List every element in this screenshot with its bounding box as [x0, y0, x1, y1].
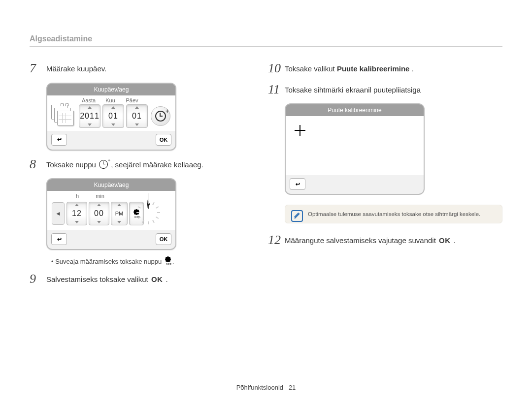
footer-label: Põhifunktsioonid	[236, 384, 283, 391]
clock-plus-icon: +	[155, 111, 166, 122]
ok-button[interactable]: OK	[156, 233, 171, 245]
text-after: .	[454, 236, 456, 245]
label-min: min	[89, 193, 111, 199]
ampm-wheel[interactable]: PM	[111, 202, 128, 225]
date-panel-body: Aasta Kuu Päev 2011	[47, 95, 175, 131]
text-before: Toksake valikut	[285, 64, 337, 73]
month-wheel[interactable]: 01	[102, 104, 124, 128]
label-day: Päev	[121, 97, 143, 103]
day-value: 01	[132, 112, 142, 121]
left-column: 7 Määrake kuupäev. Kuupäev/aeg Aasta Kuu…	[30, 62, 238, 293]
minute-wheel[interactable]: 00	[89, 202, 109, 225]
back-button[interactable]: ↩	[51, 134, 67, 146]
step-10: 10 Toksake valikut Puute kalibreerimine …	[268, 62, 502, 76]
spacer	[51, 97, 78, 103]
step-9: 9 Salvestamiseks toksake valikut OK .	[30, 272, 238, 286]
month-value: 01	[108, 112, 118, 121]
day-wheel[interactable]: 01	[126, 104, 148, 128]
text-before: Salvestamiseks toksake valikut	[46, 275, 150, 283]
spacer	[51, 193, 66, 199]
step-number: 11	[268, 83, 285, 97]
footer-page-number: 21	[289, 384, 296, 391]
step-number: 9	[30, 272, 46, 286]
label-year: Aasta	[78, 97, 100, 103]
calibration-panel: Puute kalibreerimine ↩	[285, 103, 425, 195]
page-footer: Põhifunktsioonid 21	[0, 384, 532, 391]
text-before: Määrangute salvestamiseks vajutage suvan…	[285, 236, 438, 245]
ampm-value: PM	[115, 211, 124, 216]
text-bold: Puute kalibreerimine	[337, 64, 410, 73]
label-hour: h	[66, 193, 89, 199]
ok-button[interactable]: OK	[156, 134, 171, 146]
step-text: Määrake kuupäev.	[46, 62, 238, 75]
crosshair-icon[interactable]	[295, 125, 305, 136]
text-after: .	[166, 275, 168, 283]
columns: 7 Määrake kuupäev. Kuupäev/aeg Aasta Kuu…	[30, 62, 502, 293]
back-button[interactable]: ↩	[51, 233, 67, 245]
manual-page: Algseadistamine 7 Määrake kuupäev. Kuupä…	[0, 0, 532, 401]
step-8: 8 Toksake nuppu + , seejärel määrake kel…	[30, 157, 238, 172]
section-title: Algseadistamine	[30, 34, 502, 47]
step-number: 7	[30, 62, 46, 76]
ok-icon: OK	[438, 235, 452, 247]
calibration-panel-body[interactable]	[286, 116, 424, 175]
dst-icon: OFF	[164, 257, 172, 265]
text-after: , seejärel määrake kellaaeg.	[111, 160, 203, 169]
hour-value: 12	[72, 209, 82, 218]
year-value: 2011	[80, 112, 100, 121]
step-text: Toksake valikut Puute kalibreerimine .	[285, 62, 502, 75]
dst-note-text: Suveaja määramiseks toksake nuppu	[55, 258, 164, 265]
info-box: Optimaalse tulemuse saavutamiseks toksak…	[285, 205, 502, 223]
step-text: Toksake sihtmärki ekraanil puutepliiatsi…	[285, 83, 502, 96]
back-button[interactable]: ↩	[290, 178, 305, 190]
calendar-icon	[51, 105, 73, 127]
clock-plus-icon: +	[99, 160, 108, 169]
hour-wheel[interactable]: 12	[66, 202, 87, 225]
year-wheel[interactable]: 2011	[79, 104, 100, 128]
step-11: 11 Toksake sihtmärki ekraanil puutepliia…	[268, 83, 502, 97]
step-number: 8	[30, 157, 46, 172]
goto-time-button[interactable]: +	[151, 106, 170, 126]
goto-date-button[interactable]: ◄	[52, 202, 65, 225]
step-text: Salvestamiseks toksake valikut OK .	[46, 272, 238, 285]
step-7: 7 Määrake kuupäev.	[30, 62, 238, 76]
dst-note: Suveaja määramiseks toksake nuppu OFF .	[51, 257, 238, 265]
date-panel-header: Kuupäev/aeg	[47, 84, 175, 95]
step-text: Määrangute salvestamiseks vajutage suvan…	[285, 233, 502, 247]
step-number: 10	[268, 62, 285, 76]
info-text: Optimaalse tulemuse saavutamiseks toksak…	[308, 211, 480, 217]
step-number: 12	[268, 233, 285, 247]
time-panel: Kuupäev/aeg h min ◄ 12	[46, 178, 176, 250]
text-before: Toksake nuppu	[46, 160, 98, 169]
minute-value: 00	[94, 209, 104, 218]
time-panel-body: h min ◄ 12 00	[47, 191, 175, 230]
step-text: Toksake nuppu + , seejärel määrake kella…	[46, 157, 238, 171]
right-column: 10 Toksake valikut Puute kalibreerimine …	[268, 62, 502, 293]
date-panel: Kuupäev/aeg Aasta Kuu Päev	[46, 83, 176, 151]
label-month: Kuu	[100, 97, 121, 103]
analog-clock-icon	[147, 200, 175, 227]
ok-icon: OK	[150, 274, 164, 285]
step-12: 12 Määrangute salvestamiseks vajutage su…	[268, 233, 502, 247]
time-panel-header: Kuupäev/aeg	[47, 179, 175, 191]
spacer	[143, 97, 165, 103]
calibration-panel-header: Puute kalibreerimine	[286, 104, 424, 116]
text-after: .	[412, 64, 414, 73]
info-icon	[291, 210, 303, 222]
